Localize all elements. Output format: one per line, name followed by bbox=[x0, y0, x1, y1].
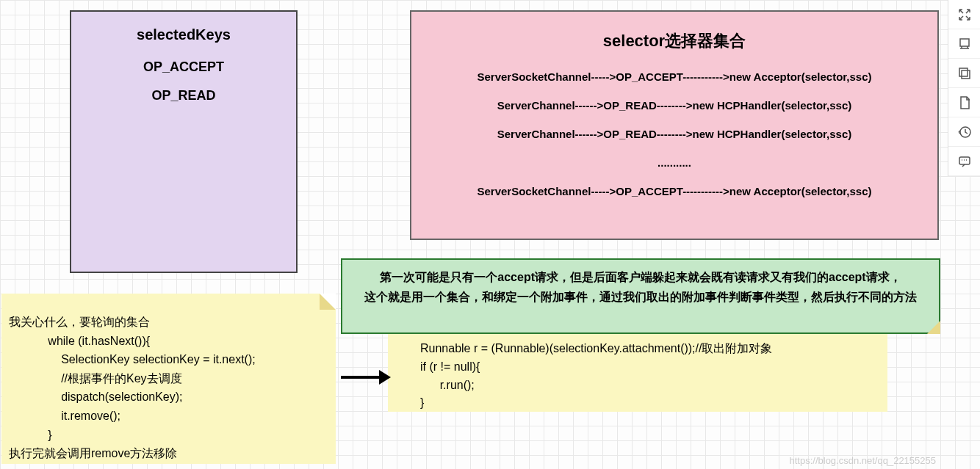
pink-row: ServerSocketChannel----->OP_ACCEPT------… bbox=[411, 185, 937, 197]
code-block: 我关心什么，要轮询的集合 while (it.hasNext()){ Selec… bbox=[9, 313, 328, 463]
pink-row: ServerSocketChannel----->OP_ACCEPT------… bbox=[411, 70, 937, 83]
page-icon bbox=[957, 95, 972, 110]
copy-icon bbox=[957, 66, 972, 81]
watermark-text: https://blog.csdn.net/qq_22155255 bbox=[790, 455, 937, 466]
pink-title: selector选择器集合 bbox=[411, 30, 937, 52]
side-toolbar bbox=[948, 0, 980, 176]
layers-icon bbox=[957, 37, 972, 51]
svg-rect-2 bbox=[962, 70, 970, 79]
expand-icon bbox=[957, 7, 972, 22]
selected-keys-box: selectedKeys OP_ACCEPT OP_READ bbox=[70, 10, 298, 273]
svg-rect-4 bbox=[959, 157, 970, 164]
history-button[interactable] bbox=[948, 117, 980, 147]
box-title: selectedKeys bbox=[71, 26, 296, 43]
page-button[interactable] bbox=[948, 88, 980, 117]
green-line-2: 这个就是用一个集合，和绑定一个附加事件，通过我们取出的附加事件判断事件类型，然后… bbox=[348, 287, 933, 307]
explanation-box: 第一次可能是只有一个accept请求，但是后面客户端躲起来就会既有读请求又有我们… bbox=[341, 258, 940, 334]
pink-row: ServerChannel------>OP_READ-------->new … bbox=[411, 128, 937, 140]
pink-row: ServerChannel------>OP_READ-------->new … bbox=[411, 99, 937, 112]
op-read-label: OP_READ bbox=[71, 88, 296, 103]
layers-button[interactable] bbox=[948, 29, 980, 59]
note-fold-icon bbox=[320, 294, 336, 310]
comment-icon bbox=[957, 154, 972, 169]
svg-rect-0 bbox=[960, 39, 969, 46]
history-icon bbox=[957, 125, 972, 139]
code-note-left: 我关心什么，要轮询的集合 while (it.hasNext()){ Selec… bbox=[1, 294, 336, 464]
comment-button[interactable] bbox=[948, 147, 980, 176]
svg-rect-1 bbox=[959, 68, 968, 76]
green-line-1: 第一次可能是只有一个accept请求，但是后面客户端躲起来就会既有读请求又有我们… bbox=[348, 267, 933, 287]
pink-row: ........... bbox=[411, 156, 937, 169]
copy-button[interactable] bbox=[948, 59, 980, 88]
op-accept-label: OP_ACCEPT bbox=[71, 59, 296, 75]
code-block: Runnable r = (Runnable)(selectionKey.att… bbox=[420, 340, 880, 412]
code-note-right: Runnable r = (Runnable)(selectionKey.att… bbox=[388, 327, 887, 412]
note-fold-icon bbox=[927, 321, 940, 334]
expand-button[interactable] bbox=[948, 0, 980, 29]
selector-collection-box: selector选择器集合 ServerSocketChannel----->O… bbox=[410, 10, 939, 240]
